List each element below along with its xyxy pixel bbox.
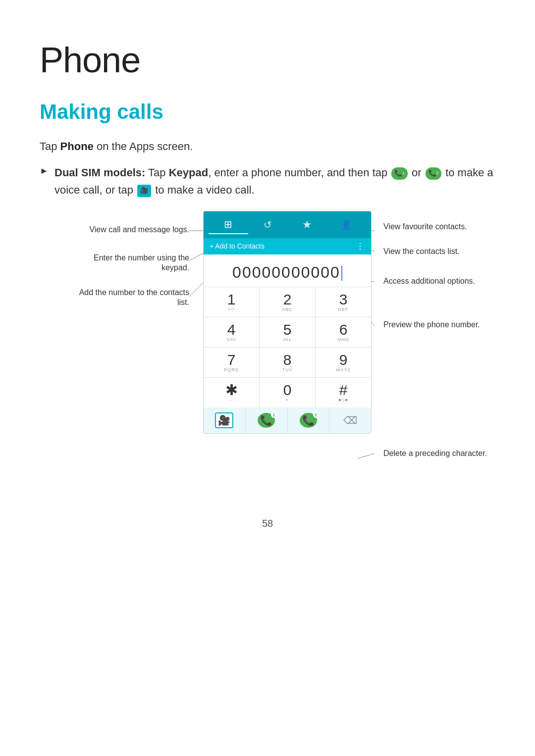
page-title: Phone: [40, 40, 495, 80]
call-sim1-icon: 📞1: [258, 413, 275, 428]
call-sim2-icon: 📞2: [300, 413, 317, 428]
bullet-text-1: ► Dual SIM models: Tap Keypad, enter a p…: [40, 164, 495, 199]
key-6[interactable]: 6 MNO: [316, 317, 371, 347]
key-sub: +: [286, 398, 289, 403]
keypad-grid: 1 vo 2 ABC 3 DEF 4 GHI 5 JKL: [204, 287, 371, 407]
diagram-wrapper: View call and message logs. Enter the nu…: [40, 211, 495, 488]
add-to-contacts-text: + Add to Contacts: [210, 242, 265, 250]
tab-recent[interactable]: ↺: [248, 216, 288, 234]
key-star[interactable]: ✱ —: [204, 378, 259, 407]
key-2[interactable]: 2 ABC: [260, 287, 315, 317]
key-sub: JKL: [283, 337, 292, 342]
svg-line-7: [358, 454, 374, 458]
key-sub: vo: [228, 307, 235, 312]
key-main: ✱: [225, 383, 238, 398]
right-label-3: Access additional options.: [383, 276, 475, 287]
key-main: 8: [283, 353, 292, 367]
key-main: 4: [227, 322, 236, 337]
tab-keypad[interactable]: ⊞: [209, 215, 248, 234]
call-sim2-button[interactable]: 📞2: [288, 407, 329, 433]
delete-icon: ⌫: [343, 414, 357, 426]
cursor: [341, 266, 342, 281]
key-1[interactable]: 1 vo: [204, 287, 259, 317]
body-text-1: Tap Phone on the Apps screen.: [40, 138, 495, 155]
displayed-number: 00000000000: [232, 263, 340, 281]
delete-button[interactable]: ⌫: [329, 407, 371, 433]
key-sub: TUV: [282, 367, 293, 372]
key-main: 1: [227, 292, 236, 307]
right-label-5: Delete a preceding character.: [383, 449, 487, 459]
key-5[interactable]: 5 JKL: [260, 317, 315, 347]
key-sub: MNO: [337, 337, 349, 342]
tab-contacts[interactable]: 👤: [327, 216, 367, 233]
key-7[interactable]: 7 PQRS: [204, 348, 259, 377]
key-8[interactable]: 8 TUV: [260, 348, 315, 377]
video-icon: 🎥: [215, 412, 233, 428]
section-title: Making calls: [40, 100, 495, 124]
key-main: 7: [227, 353, 236, 367]
left-label-2: Enter the number using thekeypad.: [94, 253, 189, 274]
key-sub: WXYZ: [336, 367, 351, 372]
key-0[interactable]: 0 +: [260, 378, 315, 407]
options-dots[interactable]: ⋮: [356, 242, 365, 251]
call-icon-1: 📞1: [391, 167, 407, 180]
left-labels: View call and message logs. Enter the nu…: [40, 211, 203, 488]
left-label-3: Add the number to the contactslist.: [79, 288, 189, 308]
key-main: 5: [283, 322, 292, 337]
page-container: Phone Making calls Tap Phone on the Apps…: [0, 0, 535, 559]
key-sub: DEF: [338, 307, 349, 312]
video-icon: 🎥: [137, 185, 151, 197]
key-sub: —: [229, 398, 234, 403]
right-label-4: Preview the phone number.: [383, 320, 480, 330]
tab-favorites[interactable]: ★: [287, 215, 327, 234]
key-sub: GHI: [226, 337, 236, 342]
right-label-2: View the contacts list.: [383, 247, 460, 257]
key-sub: ▶|◀: [339, 398, 347, 403]
right-labels: View favourite contacts. View the contac…: [376, 211, 525, 488]
key-main: 6: [339, 322, 348, 337]
key-main: 9: [339, 353, 348, 367]
action-row: 🎥 📞1 📞2 ⌫: [204, 407, 371, 433]
phone-tabs: ⊞ ↺ ★ 👤: [204, 211, 371, 238]
phone-ui: ⊞ ↺ ★ 👤 + Add to Contacts ⋮ 00000000000 …: [203, 211, 372, 434]
key-hash[interactable]: # ▶|◀: [316, 378, 371, 407]
call-icon-2: 📞2: [426, 167, 441, 180]
add-to-contacts-bar[interactable]: + Add to Contacts ⋮: [204, 238, 371, 254]
key-sub: PQRS: [224, 367, 239, 372]
call-sim1-button[interactable]: 📞1: [246, 407, 287, 433]
key-4[interactable]: 4 GHI: [204, 317, 259, 347]
key-3[interactable]: 3 DEF: [316, 287, 371, 317]
phone-number-display: 00000000000: [204, 254, 371, 287]
key-main: #: [339, 383, 348, 398]
bullet-arrow: ►: [40, 164, 49, 178]
key-9[interactable]: 9 WXYZ: [316, 348, 371, 377]
right-label-1: View favourite contacts.: [383, 222, 467, 232]
key-main: 0: [283, 383, 292, 398]
key-sub: ABC: [282, 307, 293, 312]
page-number: 58: [40, 518, 495, 529]
left-label-1: View call and message logs.: [89, 225, 189, 235]
key-main: 3: [339, 292, 348, 307]
key-main: 2: [283, 292, 292, 307]
video-call-button[interactable]: 🎥: [204, 407, 245, 433]
